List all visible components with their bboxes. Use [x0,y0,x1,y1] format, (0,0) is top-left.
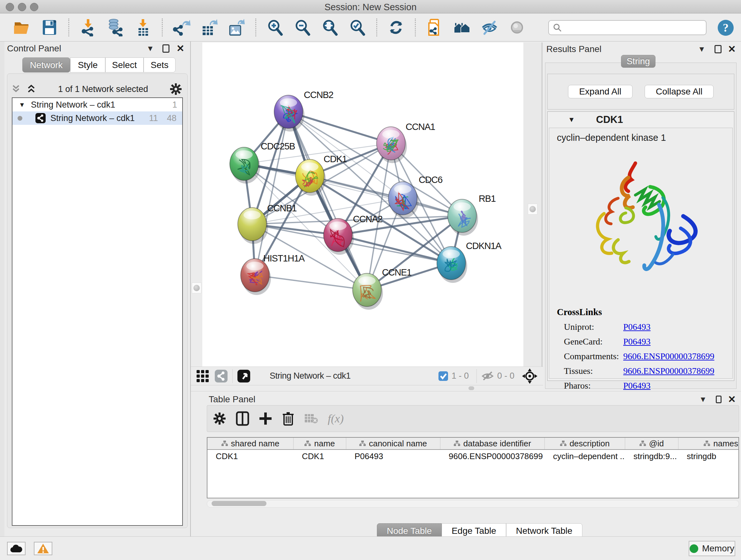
add-column-icon[interactable] [259,412,272,425]
collection-expand-icon[interactable]: ▼ [19,101,25,109]
column-header-canonical-name[interactable]: canonical name [346,438,441,449]
crosslink-link[interactable]: P06493 [623,322,651,332]
column-header-name[interactable]: name [293,438,346,449]
protein-section-header[interactable]: ▼ CDK1 [548,112,734,127]
detach-view-icon[interactable] [237,369,251,383]
column-header-description[interactable]: description [545,438,625,449]
hide-selected-icon[interactable] [480,18,499,37]
network-view-mode-icon[interactable] [214,369,228,383]
tab-node-table[interactable]: Node Table [377,523,442,538]
table-cell[interactable]: stringdb [678,450,739,462]
table-cell[interactable]: CDK1 [207,450,293,462]
expand-all-button[interactable]: Expand All [568,85,632,98]
import-network-database-icon[interactable] [106,18,125,37]
global-search-box[interactable] [548,20,706,35]
table-horizontal-scrollbar[interactable] [207,500,739,508]
export-network-icon[interactable] [172,18,191,37]
column-header--id[interactable]: @id [625,438,678,449]
table-cell[interactable]: stringdb:9... [625,450,678,462]
refresh-icon[interactable] [387,18,405,37]
results-panel-close-icon[interactable]: ✕ [728,45,736,53]
network-node-ccne1[interactable] [353,273,383,310]
toolbar-separator [476,369,477,383]
network-node-cdkn1a[interactable] [437,246,467,283]
clone-network-icon[interactable] [425,18,444,37]
network-edge[interactable] [338,235,451,263]
help-icon[interactable]: ? [717,19,735,38]
network-edge[interactable] [255,275,367,290]
section-collapse-icon[interactable]: ▼ [568,116,575,124]
network-node-ccna1[interactable] [377,127,407,163]
crosslink-link[interactable]: P06493 [623,336,651,347]
control-panel-menu-icon[interactable]: ▼ [146,44,154,53]
table-cell[interactable]: CDK1 [293,450,346,462]
tab-style[interactable]: Style [70,57,105,72]
network-list-group: 1 of 1 Network selected ▼ String Network… [7,73,188,528]
control-panel-float-icon[interactable] [162,44,170,53]
show-hidden-icon[interactable] [508,18,526,37]
selected-checkbox-icon[interactable] [438,371,448,381]
table-data-row[interactable]: CDK1CDK1P064939606.ENSP00000378699cyclin… [207,450,739,462]
import-table-icon[interactable] [134,18,152,37]
fit-content-crosshair-icon[interactable] [522,368,537,384]
string-network-icon [35,113,46,124]
cloud-status-button[interactable] [7,542,25,555]
table-cell[interactable]: cyclin–dependent ... [545,450,625,462]
table-panel-close-icon[interactable]: ✕ [728,395,736,403]
network-node-ccnb1[interactable] [238,207,268,244]
panel-splitter-grip-left[interactable] [192,283,201,294]
control-panel-close-icon[interactable]: ✕ [177,44,185,53]
save-session-icon[interactable] [40,18,59,37]
table-panel-menu-icon[interactable]: ▼ [699,395,707,404]
collapse-all-icon[interactable] [10,84,21,95]
expand-all-icon[interactable] [26,84,37,95]
network-row-selected[interactable]: String Network – cdk1 11 48 [12,111,182,125]
network-node-cdk1[interactable] [295,159,326,196]
network-node-hist1h1a[interactable] [241,259,271,295]
export-image-icon[interactable] [227,18,246,37]
network-node-ccna2[interactable] [324,219,354,255]
panel-splitter-grip[interactable] [528,204,537,214]
tab-edge-table[interactable]: Edge Table [442,523,506,538]
table-panel-float-icon[interactable] [716,395,722,403]
search-input[interactable] [562,22,706,33]
crosslink-link[interactable]: 9606.ENSP00000378699 [623,351,714,361]
first-neighbors-icon[interactable] [453,18,471,37]
network-collection-row[interactable]: ▼ String Network – cdk1 1 [12,98,182,111]
network-options-gear-icon[interactable] [170,83,182,96]
grid-view-icon[interactable] [196,369,209,383]
collapse-all-button[interactable]: Collapse All [645,85,714,98]
zoom-in-icon[interactable] [266,18,284,37]
scrollbar-thumb[interactable] [212,501,266,506]
results-panel-float-icon[interactable] [715,45,722,53]
results-panel-menu-icon[interactable]: ▼ [698,45,705,54]
network-canvas[interactable]: CCNB2CCNA1CDC25BCDK1CDC6RB1CCNB1CCNA2CDK… [202,43,523,367]
tab-select[interactable]: Select [105,57,144,72]
memory-button[interactable]: Memory [689,541,735,556]
column-header-shared-name[interactable]: shared name [207,438,293,449]
zoom-selected-icon[interactable] [348,18,367,37]
tab-string[interactable]: String [621,55,656,68]
show-columns-icon[interactable] [236,411,249,426]
export-table-icon[interactable] [200,18,218,37]
tab-network-table[interactable]: Network Table [506,523,583,538]
crosslink-link[interactable]: 9606.ENSP00000378699 [623,366,714,376]
table-cell[interactable]: 9606.ENSP00000378699 [441,450,545,462]
network-node-ccnb2[interactable] [274,95,305,132]
horizontal-splitter-grip[interactable] [468,386,474,390]
tab-sets[interactable]: Sets [144,57,176,72]
column-header-namespace[interactable]: namespace [678,438,739,449]
crosslink-link[interactable]: P06493 [623,381,651,391]
zoom-fit-icon[interactable] [321,18,339,37]
warnings-button[interactable] [34,542,52,555]
import-network-file-icon[interactable] [79,18,97,37]
table-options-gear-icon[interactable] [213,412,226,425]
network-node-cdc25b[interactable] [230,147,260,184]
table-cell[interactable]: P06493 [346,450,441,462]
open-session-icon[interactable] [13,18,31,37]
column-header-database-identifier[interactable]: database identifier [441,438,545,449]
zoom-out-icon[interactable] [293,18,312,37]
network-node-rb1[interactable] [448,199,478,236]
tab-network[interactable]: Network [22,57,70,72]
delete-column-icon[interactable] [282,411,294,426]
